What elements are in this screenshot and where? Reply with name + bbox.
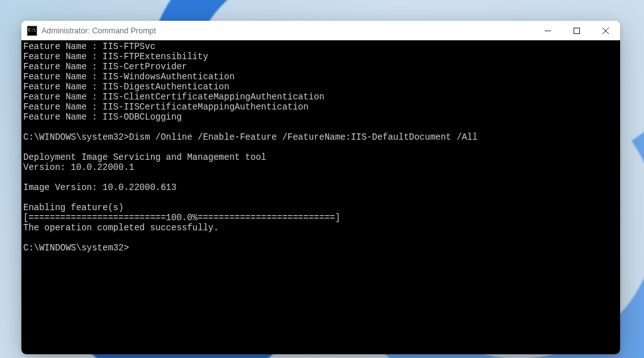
window-title: Administrator: Command Prompt: [42, 26, 156, 35]
terminal-line: Deployment Image Servicing and Managemen…: [23, 152, 618, 162]
titlebar[interactable]: C:\ Administrator: Command Prompt: [21, 21, 620, 40]
terminal-line: Feature Name : IIS-FTPExtensibility: [23, 52, 618, 62]
minimize-icon: [545, 28, 551, 34]
terminal-line: Feature Name : IIS-IISCertificateMapping…: [23, 102, 618, 112]
terminal-line: Enabling feature(s): [23, 203, 618, 213]
maximize-button[interactable]: [562, 21, 591, 40]
svg-rect-0: [574, 28, 580, 33]
terminal-line: Feature Name : IIS-ODBCLogging: [23, 112, 618, 122]
window-controls: [533, 21, 620, 40]
cmd-icon: C:\: [27, 26, 37, 36]
terminal-line: Image Version: 10.0.22000.613: [23, 182, 618, 193]
maximize-icon: [574, 28, 580, 34]
terminal-line: The operation completed successfully.: [23, 223, 618, 233]
terminal-line: Feature Name : IIS-WindowsAuthentication: [23, 72, 618, 82]
command-prompt-window: C:\ Administrator: Command Prompt Featur…: [21, 21, 620, 354]
terminal-line: C:\WINDOWS\system32>: [23, 243, 618, 253]
minimize-button[interactable]: [533, 21, 562, 40]
terminal-line: [==========================100.0%=======…: [23, 213, 618, 223]
terminal-line: Feature Name : IIS-DigestAuthentication: [23, 82, 618, 92]
terminal-line: [23, 233, 618, 243]
terminal-line: [23, 193, 618, 203]
terminal-line: Feature Name : IIS-FTPSvc: [23, 42, 618, 52]
terminal-line: C:\WINDOWS\system32>Dism /Online /Enable…: [23, 132, 618, 142]
terminal-output[interactable]: Feature Name : IIS-FTPSvcFeature Name : …: [21, 40, 620, 354]
close-button[interactable]: [591, 21, 620, 40]
terminal-line: Version: 10.0.22000.1: [23, 162, 618, 172]
terminal-line: [23, 172, 618, 182]
terminal-line: Feature Name : IIS-CertProvider: [23, 62, 618, 72]
terminal-line: [23, 142, 618, 152]
terminal-line: Feature Name : IIS-ClientCertificateMapp…: [23, 92, 618, 102]
close-icon: [602, 28, 609, 34]
terminal-line: [23, 122, 618, 132]
